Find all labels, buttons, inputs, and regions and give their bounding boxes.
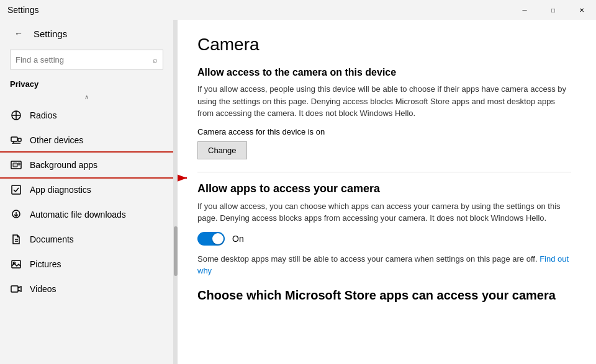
sidebar-item-app-diagnostics[interactable]: App diagnostics <box>0 177 173 202</box>
sidebar-item-background-apps[interactable]: Background apps <box>0 153 173 177</box>
maximize-button[interactable]: □ <box>539 0 567 20</box>
sidebar-item-videos[interactable]: Videos <box>0 277 173 301</box>
background-apps-label: Background apps <box>30 160 97 170</box>
radios-icon <box>10 109 22 122</box>
svg-rect-8 <box>13 163 17 167</box>
titlebar: Settings ─ □ ✕ <box>0 0 596 20</box>
minimize-button[interactable]: ─ <box>510 0 539 20</box>
annotation-arrow <box>178 159 196 197</box>
section1-description: If you allow access, people using this d… <box>197 83 571 120</box>
svg-rect-3 <box>11 137 17 141</box>
sidebar-item-other-devices[interactable]: Other devices <box>0 128 173 153</box>
sidebar-item-automatic-file-downloads[interactable]: Automatic file downloads <box>0 202 173 227</box>
section-divider <box>197 172 571 172</box>
other-devices-label: Other devices <box>30 135 83 145</box>
content-panel: Camera Allow access to the camera on thi… <box>178 20 596 364</box>
camera-access-status: Camera access for this device is on <box>197 127 571 136</box>
privacy-section-label: Privacy <box>0 74 173 91</box>
close-button[interactable]: ✕ <box>567 0 596 20</box>
scroll-up-indicator: ∧ <box>0 91 173 103</box>
pictures-label: Pictures <box>30 259 61 269</box>
background-apps-icon <box>10 159 22 171</box>
radios-label: Radios <box>30 110 57 120</box>
svg-line-12 <box>16 188 19 192</box>
camera-toggle-row: On <box>197 232 571 246</box>
toggle-label: On <box>232 234 244 244</box>
app-diagnostics-label: App diagnostics <box>30 185 91 195</box>
titlebar-title: Settings <box>7 5 39 15</box>
svg-rect-9 <box>18 163 20 165</box>
section1-heading: Allow access to the camera on this devic… <box>197 67 571 78</box>
other-devices-icon <box>10 134 22 146</box>
section3-heading: Choose which Microsoft Store apps can ac… <box>197 287 571 303</box>
sidebar-item-pictures[interactable]: Pictures <box>0 252 173 277</box>
main-layout: ← Settings ⌕ Privacy ∧ Radios <box>0 20 596 364</box>
back-button[interactable]: ← <box>10 25 27 42</box>
section2-description: If you allow access, you can choose whic… <box>197 200 571 224</box>
sidebar-app-title: Settings <box>34 29 67 39</box>
documents-label: Documents <box>30 234 74 244</box>
automatic-downloads-label: Automatic file downloads <box>30 210 126 220</box>
videos-icon <box>10 283 22 295</box>
chevron-up-icon: ∧ <box>84 94 89 100</box>
desktop-apps-note: Some desktop apps may still be able to a… <box>197 253 571 277</box>
svg-rect-18 <box>11 286 18 292</box>
sidebar-item-radios[interactable]: Radios <box>0 103 173 128</box>
change-button[interactable]: Change <box>197 141 247 159</box>
page-title: Camera <box>197 35 571 55</box>
documents-icon <box>10 233 22 246</box>
titlebar-controls: ─ □ ✕ <box>510 0 596 20</box>
toggle-knob <box>212 233 224 244</box>
svg-rect-4 <box>18 138 21 141</box>
sidebar: ← Settings ⌕ Privacy ∧ Radios <box>0 20 174 364</box>
svg-rect-10 <box>12 185 20 194</box>
pictures-icon <box>10 258 22 270</box>
search-input[interactable] <box>11 53 148 67</box>
videos-label: Videos <box>30 284 56 294</box>
titlebar-left: Settings <box>7 5 39 15</box>
automatic-downloads-icon <box>10 208 22 221</box>
search-box[interactable]: ⌕ <box>10 50 163 69</box>
sidebar-item-documents[interactable]: Documents <box>0 227 173 252</box>
camera-toggle[interactable] <box>197 232 225 246</box>
app-diagnostics-icon <box>10 184 22 196</box>
search-icon: ⌕ <box>148 55 163 64</box>
sidebar-header: ← Settings <box>0 20 173 47</box>
section2-heading: Allow apps to access your camera <box>197 182 571 195</box>
